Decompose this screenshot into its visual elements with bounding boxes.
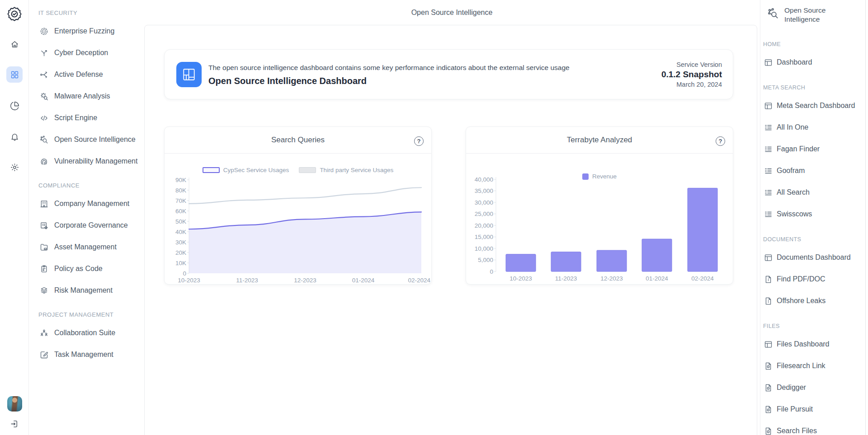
svg-text:5,000: 5,000 [478, 257, 493, 263]
left-nav-section-title: PROJECT MANAGEMENT [29, 311, 144, 318]
page-box-icon [763, 382, 774, 393]
rail-home-button[interactable] [6, 36, 23, 52]
right-sidebar-item-file-pursuit[interactable]: File Pursuit [760, 398, 865, 420]
left-nav-item-label: Cyber Deception [54, 49, 108, 57]
charts-row: Search Queries?CypSec Service UsagesThir… [164, 126, 733, 285]
service-version-value: 0.1.2 Snapshot [661, 70, 722, 80]
legend-item[interactable]: Third party Service Usages [299, 167, 393, 173]
window-icon [763, 252, 774, 263]
svg-text:10-2023: 10-2023 [178, 277, 200, 284]
edit-icon [38, 349, 49, 360]
right-sidebar-item-label: Goofram [777, 167, 805, 175]
right-sidebar-section: HOMEDashboard [760, 41, 865, 73]
rail-grid-button[interactable] [6, 66, 23, 83]
left-nav-item-policy-as-code[interactable]: Policy as Code [29, 258, 144, 280]
right-sidebar-item-label: All In One [777, 123, 808, 131]
left-nav-item-vulnerability-management[interactable]: Vulnerability Management [29, 150, 144, 172]
svg-text:0: 0 [183, 270, 186, 277]
right-sidebar-item-swisscows[interactable]: Swisscows [760, 203, 865, 225]
left-nav-item-label: Active Defense [54, 70, 103, 79]
osint-icon [38, 134, 49, 145]
left-nav-item-enterprise-fuzzing[interactable]: Enterprise Fuzzing [29, 20, 144, 42]
svg-text:35,000: 35,000 [475, 187, 493, 194]
right-sidebar-item-offshore-leaks[interactable]: Offshore Leaks [760, 290, 865, 312]
right-sidebar-item-label: Dashboard [777, 58, 812, 66]
left-nav-item-label: Policy as Code [54, 265, 103, 273]
app-logo-shield-icon [6, 6, 23, 22]
left-nav-item-task-management[interactable]: Task Management [29, 344, 144, 365]
left-nav-item-open-source-intelligence[interactable]: Open Source Intelligence [29, 129, 144, 150]
left-nav-item-cyber-deception[interactable]: Cyber Deception [29, 42, 144, 64]
left-nav-item-label: Malware Analysis [54, 92, 110, 100]
chart-title: Terrabyte Analyzed [466, 127, 733, 154]
list-icon [763, 209, 774, 220]
left-nav-item-script-engine[interactable]: Script Engine [29, 107, 144, 129]
left-nav-item-collaboration-suite[interactable]: Collaboration Suite [29, 322, 144, 344]
left-nav-section-title: IT SECURITY [29, 9, 144, 17]
rail-bell-button[interactable] [6, 128, 23, 145]
svg-text:50K: 50K [175, 218, 186, 225]
right-sidebar-item-goofram[interactable]: Goofram [760, 160, 865, 182]
people-icon [38, 327, 49, 338]
fuzzing-icon [38, 26, 49, 37]
app-root: IT SECURITYEnterprise FuzzingCyber Decep… [0, 0, 868, 435]
legend-item[interactable]: CypSec Service Usages [203, 167, 289, 173]
service-version-date: March 20, 2024 [661, 81, 722, 88]
right-sidebar-item-all-in-one[interactable]: All In One [760, 117, 865, 138]
svg-text:30,000: 30,000 [475, 199, 493, 206]
left-nav-item-corporate-governance[interactable]: Corporate Governance [29, 215, 144, 236]
svg-text:20,000: 20,000 [475, 222, 493, 229]
right-sidebar-section-title: FILES [760, 323, 865, 330]
right-sidebar-item-label: Meta Search Dashboard [777, 102, 855, 110]
left-nav-item-company-management[interactable]: Company Management [29, 193, 144, 215]
left-nav-item-risk-management[interactable]: Risk Management [29, 280, 144, 301]
fingerprint-icon [38, 156, 49, 167]
right-sidebar-item-dedigger[interactable]: Dedigger [760, 377, 865, 398]
svg-text:11-2023: 11-2023 [236, 277, 258, 284]
right-sidebar-item-label: All Search [777, 188, 810, 196]
left-nav-item-asset-management[interactable]: Asset Management [29, 236, 144, 258]
scrollbar-track[interactable] [865, 0, 866, 435]
active-defense-icon [38, 69, 49, 80]
page-icon [763, 274, 774, 285]
left-nav-item-malware-analysis[interactable]: Malware Analysis [29, 85, 144, 107]
svg-text:01-2024: 01-2024 [646, 275, 668, 282]
right-sidebar-item-label: Fagan Finder [777, 145, 820, 153]
right-sidebar-item-files-dashboard[interactable]: Files Dashboard [760, 333, 865, 355]
help-icon[interactable]: ? [716, 136, 725, 146]
right-sidebar-item-filesearch-link[interactable]: Filesearch Link [760, 355, 865, 377]
left-nav-section: COMPLIANCECompany ManagementCorporate Go… [29, 182, 144, 301]
right-sidebar-item-label: Dedigger [777, 384, 806, 392]
rail-gear-button[interactable] [6, 159, 23, 175]
chart-title: Search Queries [165, 127, 431, 154]
left-nav-item-active-defense[interactable]: Active Defense [29, 64, 144, 85]
icon-rail [0, 0, 29, 435]
right-sidebar-item-search-files[interactable]: Search Files [760, 420, 865, 435]
avatar[interactable] [7, 396, 22, 412]
rail-pie-button[interactable] [6, 98, 23, 114]
list-icon [763, 144, 774, 154]
svg-text:25,000: 25,000 [475, 210, 493, 217]
svg-text:90K: 90K [175, 177, 186, 183]
info-card-description: The open source intelligence dashboard c… [208, 64, 570, 72]
topbar: Open Source Intelligence [144, 0, 760, 25]
help-icon[interactable]: ? [414, 136, 424, 146]
left-nav: IT SECURITYEnterprise FuzzingCyber Decep… [29, 0, 144, 435]
left-nav-item-label: Open Source Intelligence [54, 136, 136, 144]
right-sidebar-item-fagan-finder[interactable]: Fagan Finder [760, 138, 865, 160]
right-sidebar-item-meta-search-dashboard[interactable]: Meta Search Dashboard [760, 95, 865, 117]
left-nav-item-label: Task Management [54, 351, 113, 359]
right-sidebar-section-title: META SEARCH [760, 84, 865, 91]
right-sidebar-item-dashboard[interactable]: Dashboard [760, 51, 865, 73]
right-sidebar-item-all-search[interactable]: All Search [760, 182, 865, 203]
right-sidebar-item-label: Documents Dashboard [777, 253, 851, 262]
right-sidebar-section: FILESFiles DashboardFilesearch LinkDedig… [760, 323, 865, 435]
right-sidebar-item-documents-dashboard[interactable]: Documents Dashboard [760, 247, 865, 268]
terrabyte-analyzed-chart-card: Terrabyte Analyzed?Revenue05,00010,00015… [466, 126, 733, 285]
svg-text:12-2023: 12-2023 [294, 277, 316, 284]
right-sidebar-item-find-pdf-doc[interactable]: Find PDF/DOC [760, 268, 865, 290]
svg-text:11-2023: 11-2023 [555, 275, 577, 282]
left-nav-item-label: Asset Management [54, 243, 117, 251]
logout-icon[interactable] [9, 418, 20, 430]
left-nav-item-label: Company Management [54, 200, 129, 208]
